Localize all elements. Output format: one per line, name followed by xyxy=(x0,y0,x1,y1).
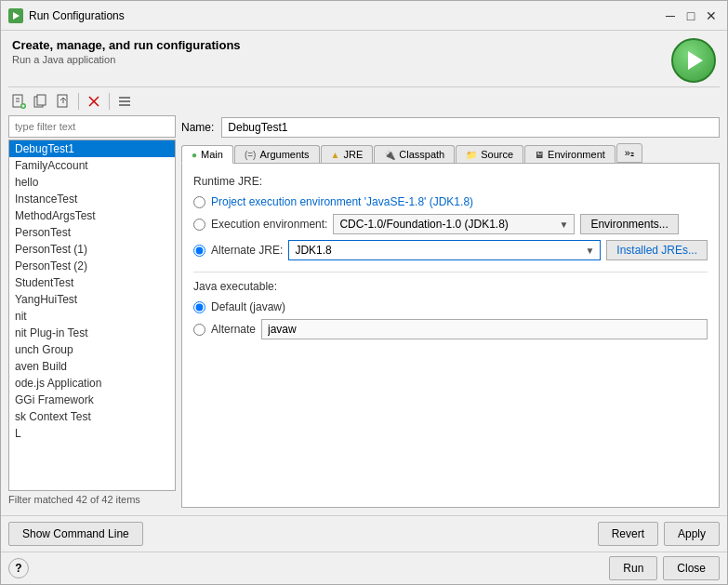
jre-combo-arrow-icon: ▼ xyxy=(585,246,594,256)
tab-arguments-label: Arguments xyxy=(259,149,309,160)
java-executable-label: Java executable: xyxy=(193,280,708,293)
tree-item-maven-build[interactable]: aven Build xyxy=(9,358,175,375)
tab-classpath[interactable]: 🔌 Classpath xyxy=(374,145,455,163)
default-javaw-row: Default (javaw) xyxy=(193,300,708,313)
new-config-button[interactable] xyxy=(8,91,29,112)
tree-item-persontest[interactable]: PersonTest xyxy=(9,224,175,241)
close-button-bottom[interactable]: Close xyxy=(663,556,720,580)
run-button[interactable]: Run xyxy=(609,556,657,580)
main-tab-icon: ● xyxy=(192,150,197,160)
source-tab-icon: 📁 xyxy=(466,150,477,160)
tree-view[interactable]: DebugTest1 FamilyAccount hello InstanceT… xyxy=(8,140,176,491)
filter-input[interactable] xyxy=(8,115,176,138)
runtime-jre-label: Runtime JRE: xyxy=(193,175,708,188)
delete-button[interactable] xyxy=(84,91,104,112)
tab-jre[interactable]: ▲ JRE xyxy=(321,145,374,163)
svg-rect-9 xyxy=(58,95,67,107)
alternate-jre-combo[interactable]: JDK1.8 ▼ xyxy=(288,240,601,260)
tree-item-hello[interactable]: hello xyxy=(9,174,175,191)
tree-item-studenttest[interactable]: StudentTest xyxy=(9,274,175,291)
very-bottom: ? Run Close xyxy=(1,552,727,584)
export-icon xyxy=(56,94,71,109)
alternate-exec-row: Alternate xyxy=(193,319,708,339)
execution-env-radio[interactable] xyxy=(193,219,205,231)
tree-item-persontest1[interactable]: PersonTest (1) xyxy=(9,241,175,258)
show-command-line-button[interactable]: Show Command Line xyxy=(8,522,143,546)
tree-item-debugtest1[interactable]: DebugTest1 xyxy=(9,140,175,157)
combo-arrow-icon: ▼ xyxy=(560,219,569,230)
run-icon-button[interactable] xyxy=(671,38,716,83)
tab-overflow[interactable]: »₂ xyxy=(616,143,642,163)
left-panel: DebugTest1 FamilyAccount hello InstanceT… xyxy=(8,115,176,508)
maximize-button[interactable]: □ xyxy=(682,7,699,24)
tab-arguments[interactable]: (=) Arguments xyxy=(234,145,320,163)
alternate-jre-label: Alternate JRE: xyxy=(211,244,283,257)
bottom-buttons-right: Revert Apply xyxy=(598,522,720,546)
tree-item-methodargstest[interactable]: MethodArgsTest xyxy=(9,207,175,224)
help-button[interactable]: ? xyxy=(8,558,29,578)
tree-item-yanghuitest[interactable]: YangHuiTest xyxy=(9,291,175,308)
tab-classpath-label: Classpath xyxy=(399,149,444,160)
execution-env-combo[interactable]: CDC-1.0/Foundation-1.0 (JDK1.8) ▼ xyxy=(333,214,575,234)
play-triangle-icon xyxy=(688,51,703,70)
tree-item-task-context[interactable]: sk Context Test xyxy=(9,408,175,425)
new-config-icon xyxy=(11,94,26,109)
project-exec-label[interactable]: Project execution environment 'JavaSE-1.… xyxy=(211,195,473,208)
header-title: Create, manage, and run configurations xyxy=(12,38,241,52)
alternate-jre-value: JDK1.8 xyxy=(295,244,331,257)
execution-env-value: CDC-1.0/Foundation-1.0 (JDK1.8) xyxy=(339,218,508,231)
tab-jre-label: JRE xyxy=(344,149,364,160)
tree-item-instancetest[interactable]: InstanceTest xyxy=(9,191,175,207)
right-panel: Name: ● Main (=) Arguments ▲ JRE 🔌 xyxy=(181,115,720,508)
tree-item-persontest2[interactable]: PersonTest (2) xyxy=(9,258,175,274)
execution-env-row: Execution environment: CDC-1.0/Foundatio… xyxy=(193,214,708,234)
close-button[interactable]: ✕ xyxy=(703,7,720,24)
tree-item-nit[interactable]: nit xyxy=(9,308,175,325)
tree-item-familyaccount[interactable]: FamilyAccount xyxy=(9,157,175,174)
apply-button[interactable]: Apply xyxy=(664,522,720,546)
tab-source[interactable]: 📁 Source xyxy=(456,145,523,163)
alternate-exec-input[interactable] xyxy=(261,319,708,339)
jre-tab-icon: ▲ xyxy=(331,150,340,160)
tab-environment[interactable]: 🖥 Environment xyxy=(524,145,615,163)
header-section: Create, manage, and run configurations R… xyxy=(1,31,727,86)
title-bar-left: Run Configurations xyxy=(8,8,125,23)
export-button[interactable] xyxy=(53,91,73,112)
tree-item-osgi[interactable]: GGi Framework xyxy=(9,392,175,408)
window-title: Run Configurations xyxy=(29,9,125,22)
collapse-button[interactable] xyxy=(114,91,135,112)
tab-main[interactable]: ● Main xyxy=(181,145,233,164)
delete-icon xyxy=(86,94,101,109)
arguments-tab-icon: (=) xyxy=(245,150,257,160)
svg-rect-8 xyxy=(37,95,46,105)
alternate-jre-radio[interactable] xyxy=(193,245,205,257)
duplicate-button[interactable] xyxy=(31,91,51,112)
tab-overflow-label: »₂ xyxy=(625,147,634,159)
tree-item-launch-group[interactable]: unch Group xyxy=(9,341,175,358)
collapse-icon xyxy=(117,94,132,109)
revert-button[interactable]: Revert xyxy=(598,522,658,546)
section-separator xyxy=(193,272,708,273)
bottom-right-actions: Run Close xyxy=(609,556,720,580)
tab-environment-label: Environment xyxy=(548,149,605,160)
java-executable-section: Java executable: Default (javaw) Alterna… xyxy=(193,280,708,339)
environments-button[interactable]: Environments... xyxy=(580,214,678,234)
default-javaw-label: Default (javaw) xyxy=(211,300,285,313)
tree-item-nit-plugin[interactable]: nit Plug-in Test xyxy=(9,325,175,341)
name-input[interactable] xyxy=(221,117,720,138)
toolbar-separator-2 xyxy=(109,93,110,110)
name-row: Name: xyxy=(181,115,720,138)
installed-jres-button[interactable]: Installed JREs... xyxy=(606,240,708,260)
bottom-bar: Show Command Line Revert Apply xyxy=(1,515,727,552)
title-bar: Run Configurations ─ □ ✕ xyxy=(1,1,727,31)
project-exec-radio[interactable] xyxy=(193,196,205,208)
tree-item-nodejs[interactable]: ode.js Application xyxy=(9,375,175,392)
content-panel: Runtime JRE: Project execution environme… xyxy=(181,164,720,508)
minimize-button[interactable]: ─ xyxy=(662,7,679,24)
classpath-tab-icon: 🔌 xyxy=(384,150,395,160)
alternate-exec-radio[interactable] xyxy=(193,324,205,336)
window-icon xyxy=(8,8,23,23)
default-javaw-radio[interactable] xyxy=(193,301,205,313)
tree-item-l[interactable]: L xyxy=(9,425,175,442)
toolbar-separator xyxy=(78,93,79,110)
